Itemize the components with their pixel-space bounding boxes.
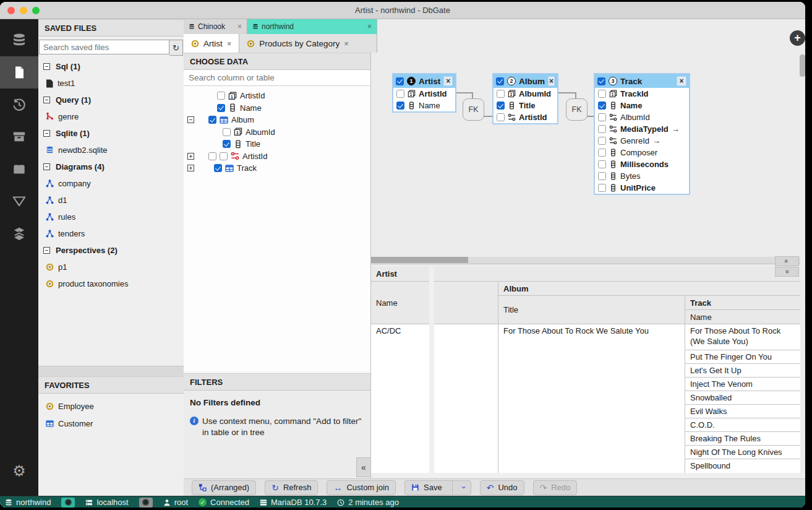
refresh-files-icon[interactable]: ↻ (169, 40, 183, 56)
grid-cell-track[interactable]: Night Of The Long Knives (685, 446, 800, 459)
checkbox[interactable] (597, 77, 605, 85)
close-icon[interactable]: × (237, 22, 242, 31)
close-icon[interactable]: × (367, 22, 372, 31)
node-column-composer[interactable]: Composer (595, 147, 689, 158)
tree-item-genre[interactable]: genre (38, 108, 184, 125)
checkbox[interactable] (396, 77, 404, 85)
checkbox[interactable] (497, 113, 505, 121)
grid-cell-track[interactable]: Let's Get It Up (685, 364, 800, 378)
choose-data-search-input[interactable] (184, 70, 370, 85)
file-tab-artist[interactable]: Artist × (184, 34, 239, 53)
node-column-milliseconds[interactable]: Milliseconds (595, 158, 689, 170)
expand-icon[interactable] (187, 153, 194, 160)
close-icon[interactable]: × (677, 76, 686, 86)
collapse-icon[interactable] (187, 116, 194, 123)
node-column-bytes[interactable]: Bytes (595, 170, 689, 182)
grid-horizontal-scrollbar[interactable] (371, 473, 805, 478)
node-column-unitprice[interactable]: UnitPrice (595, 182, 689, 194)
checkbox[interactable] (598, 160, 606, 168)
status-server[interactable]: localhost (85, 498, 128, 507)
diagram-node-artist[interactable]: 1 Artist × 1ArtistId Name (392, 73, 456, 113)
tree-item-company[interactable]: company (38, 175, 184, 192)
tree-group-perspectives[interactable]: Perspectives (2) (38, 242, 184, 259)
panel-divider[interactable] (38, 366, 184, 376)
checkbox[interactable] (214, 164, 222, 172)
expand-grid-button[interactable]: « (775, 267, 799, 277)
grid-cell-track[interactable]: Evil Walks (685, 405, 800, 418)
collapse-icon[interactable] (43, 247, 50, 254)
checkbox[interactable] (217, 104, 225, 112)
close-icon[interactable]: × (548, 76, 555, 86)
checkbox[interactable] (598, 137, 606, 145)
status-user[interactable]: root (163, 498, 188, 507)
checkbox[interactable] (598, 184, 606, 192)
node-column-trackid[interactable]: 1TrackId (595, 88, 689, 100)
refresh-button[interactable]: ↻Refresh (265, 480, 318, 495)
grid-cell-track[interactable]: Snowballed (685, 391, 800, 405)
status-connection[interactable]: ✓ Connected (199, 498, 249, 507)
arranged-button[interactable]: (Arranged) (192, 480, 256, 495)
checkbox[interactable] (497, 90, 505, 98)
node-column-title[interactable]: Title (494, 100, 557, 111)
checkbox[interactable] (497, 102, 505, 110)
collapse-icon[interactable] (43, 163, 50, 170)
settings-gear-icon[interactable]: ⚙ (0, 455, 38, 487)
tree-item-d1[interactable]: d1 (38, 192, 184, 209)
tree-group-sqlite[interactable]: Sqlite (1) (38, 125, 184, 142)
collapse-icon[interactable] (43, 97, 50, 103)
tree-item-test1[interactable]: test1 (38, 75, 184, 92)
tree-item-newdb2[interactable]: newdb2.sqlite (38, 142, 184, 158)
tree-group-diagrams[interactable]: Diagrams (4) (38, 158, 184, 175)
grid-cell-track[interactable]: Spellbound (685, 459, 800, 473)
expand-canvas-button[interactable]: « (775, 256, 799, 266)
redo-button[interactable]: ↷Redo (533, 480, 578, 495)
sidebar-item-filters[interactable] (0, 185, 38, 217)
collapse-icon[interactable] (43, 63, 50, 70)
diagram-node-track[interactable]: 3 Track × 1TrackId Name AlbumId MediaTyp… (594, 73, 690, 195)
checkbox[interactable] (396, 90, 404, 98)
tree-row-album[interactable]: Album (184, 114, 370, 126)
node-column-albumid[interactable]: AlbumId (595, 111, 689, 123)
grid-cell-track[interactable]: Breaking The Rules (685, 432, 800, 446)
node-header[interactable]: 1 Artist × (393, 74, 455, 88)
checkbox[interactable] (598, 113, 606, 121)
undo-button[interactable]: ↶Undo (480, 480, 524, 495)
save-button[interactable]: Save› (404, 480, 471, 495)
status-version[interactable]: MariaDB 10.7.3 (260, 498, 327, 507)
checkbox[interactable] (496, 77, 504, 85)
tree-item-rules[interactable]: rules (38, 209, 184, 225)
database-tab-northwind[interactable]: northwind × (247, 19, 377, 34)
checkbox[interactable] (598, 172, 606, 180)
close-icon[interactable]: × (443, 76, 453, 86)
expand-relation-arrow[interactable]: → (672, 124, 680, 134)
tree-item-product-taxonomies[interactable]: product taxonomies (38, 275, 184, 292)
node-header[interactable]: 2 Album × (494, 74, 557, 88)
checkbox[interactable] (598, 102, 606, 110)
node-column-name[interactable]: Name (393, 100, 455, 111)
status-database[interactable]: northwind (5, 498, 51, 507)
expand-relation-arrow[interactable]: → (652, 136, 660, 145)
close-icon[interactable]: × (344, 39, 349, 48)
collapse-panel-button[interactable]: « (356, 457, 370, 477)
node-column-mediatypeid[interactable]: MediaTypeId→ (595, 123, 689, 135)
grid-header-artist-name[interactable]: Name (371, 282, 498, 324)
checkbox[interactable] (208, 152, 216, 160)
database-tab-chinook[interactable]: Chinook × (184, 19, 247, 34)
add-table-button[interactable]: + (790, 30, 805, 46)
checkbox[interactable] (220, 152, 228, 160)
node-column-artistid[interactable]: ArtistId (494, 111, 557, 123)
tree-group-sql[interactable]: Sql (1) (38, 58, 184, 75)
diagram-canvas[interactable]: FK FK 1 Artist × 1ArtistId Name 2 Album … (371, 19, 805, 257)
checkbox[interactable] (598, 125, 606, 133)
tree-row-title[interactable]: Title (184, 138, 370, 150)
grid-cell-track[interactable]: Inject The Venom (685, 378, 800, 391)
server-engine-badge[interactable] (139, 498, 153, 508)
node-column-genreid[interactable]: GenreId→ (595, 135, 689, 147)
tree-item-p1[interactable]: p1 (38, 259, 184, 275)
grid-cell-artist-value[interactable]: AC/DC (371, 324, 498, 473)
tree-row-track[interactable]: Track (184, 162, 370, 175)
sidebar-item-history[interactable] (0, 89, 38, 121)
fk-badge[interactable]: FK (566, 98, 588, 121)
checkbox[interactable] (208, 116, 216, 124)
tree-row-artistid[interactable]: 1ArtistId (184, 90, 370, 102)
